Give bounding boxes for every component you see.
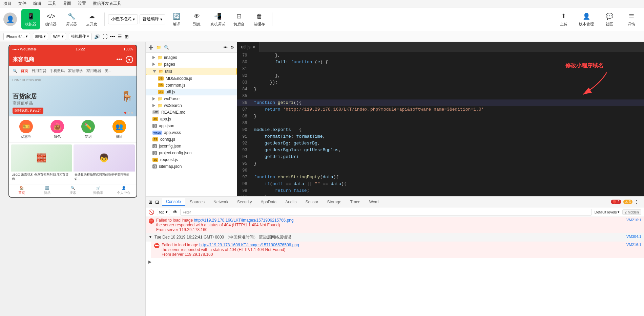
tab-security[interactable]: Security: [233, 198, 256, 206]
menu-item-project[interactable]: 项目: [3, 1, 12, 6]
tab-sources[interactable]: Sources: [186, 198, 209, 206]
console-source-group[interactable]: VM304:1: [626, 234, 641, 239]
phone-menu-circle[interactable]: ●: [126, 56, 133, 63]
community-button[interactable]: 💬 社区: [600, 9, 619, 29]
compile-button[interactable]: 🔄 编译: [167, 9, 186, 29]
folder-images[interactable]: 📁 images: [146, 54, 237, 61]
detail-button[interactable]: ☰ 详情: [622, 9, 641, 29]
upload-button[interactable]: ⬆ 上传: [554, 9, 573, 29]
tab-wxml[interactable]: Wxml: [365, 198, 383, 206]
file-jsconfig[interactable]: {} jsconfig.json: [146, 143, 237, 150]
file-sitemap[interactable]: {} sitemap.json: [146, 163, 237, 170]
operation-select[interactable]: 模拟操作 ▾: [69, 33, 91, 40]
devtools-expand-icon[interactable]: ⊞: [148, 199, 152, 205]
real-device-button[interactable]: 📲 真机调试: [208, 9, 228, 29]
clear-console-icon[interactable]: 🚫: [148, 209, 154, 215]
tab-network[interactable]: Network: [209, 198, 232, 206]
file-config[interactable]: JS config.js: [146, 136, 237, 143]
menu-item-settings[interactable]: 设置: [78, 1, 86, 6]
eye-icon[interactable]: 👁: [173, 209, 178, 215]
folder-utils[interactable]: 📂 utils: [146, 68, 237, 75]
add-folder-icon[interactable]: 📁: [156, 45, 161, 50]
editor-button[interactable]: </> 编辑器: [42, 9, 60, 29]
tab-sensor[interactable]: Sensor: [302, 198, 323, 206]
network-select[interactable]: WiFi ▾: [51, 33, 66, 40]
nav-more[interactable]: 美...: [105, 68, 111, 73]
context-select[interactable]: top ▾: [157, 209, 170, 215]
menu-item-wechat[interactable]: 微信开发者工具: [93, 1, 121, 6]
filter-file-icon[interactable]: ⚙: [230, 45, 234, 50]
bottom-nav-cart[interactable]: 🛒 购物车: [85, 184, 111, 197]
bottom-nav-new[interactable]: 🆕 新品: [35, 184, 60, 197]
devtools-more-icon[interactable]: ⋮: [635, 200, 639, 204]
preview-label: 预览: [193, 22, 201, 27]
audio-icon[interactable]: 🔊: [94, 34, 100, 39]
compile-mode-select[interactable]: 普通编译 ▾: [140, 14, 165, 24]
tab-appdata[interactable]: AppData: [256, 198, 281, 206]
console-filter-input[interactable]: [180, 209, 591, 216]
add-file-icon[interactable]: ➕: [148, 45, 153, 50]
console-source-2[interactable]: VM216:1: [626, 243, 641, 247]
nav-home-goods[interactable]: 家居家纺: [68, 68, 83, 73]
more-file-icon[interactable]: •••: [223, 45, 228, 50]
tab-audits[interactable]: Audits: [281, 198, 300, 206]
product-2[interactable]: 👦 夹缝收纳柜抽屉式间隔储物柜子塑料密封箱...: [74, 144, 135, 182]
menu-item-ui[interactable]: 界面: [63, 1, 71, 6]
menu-item-tool[interactable]: 工具: [48, 1, 56, 6]
simulator-label: 模拟器: [25, 22, 36, 27]
preview-button[interactable]: 👁 预览: [187, 9, 206, 29]
phone-menu-dots[interactable]: •••: [117, 57, 122, 63]
bottom-nav-home[interactable]: 🏠 首页: [9, 184, 35, 197]
tab-close-btn[interactable]: ×: [252, 44, 255, 50]
file-request[interactable]: JS request.js: [146, 156, 237, 163]
tab-trace[interactable]: Trace: [346, 198, 365, 206]
menu-item-edit[interactable]: 编辑: [33, 1, 41, 6]
error-link-1[interactable]: http://119.29.178.160/LKT/images/1571906…: [194, 218, 293, 223]
icon-wallet[interactable]: 👜 钱包: [50, 120, 64, 139]
debugger-button[interactable]: 🔧 调试器: [62, 9, 81, 29]
file-readme[interactable]: MD README.md: [146, 109, 237, 116]
tab-storage[interactable]: Storage: [323, 198, 346, 206]
tab-console[interactable]: Console: [162, 198, 185, 206]
folder-pages[interactable]: 📁 pages: [146, 61, 237, 68]
folder-wxparse[interactable]: 📁 wxParse: [146, 95, 237, 102]
zoom-select[interactable]: 85% ▾: [33, 33, 48, 40]
file-app-json[interactable]: {} app.json: [146, 122, 237, 129]
editor-tab-utiljs[interactable]: util.js ×: [237, 42, 260, 52]
bottom-nav-search[interactable]: 🔍 搜索: [60, 184, 85, 197]
device-select[interactable]: iPhone 6/... ▾: [3, 33, 30, 40]
menu-item-file[interactable]: 文件: [18, 1, 26, 6]
split-icon[interactable]: ⊞: [125, 34, 129, 39]
error-link-2[interactable]: http://119.29.178.160/LKT/images/1571906…: [199, 243, 299, 247]
folder-wxsearch[interactable]: 📁 wxSearch: [146, 102, 237, 109]
nav-daily[interactable]: 日用百货: [32, 68, 46, 73]
cut-back-button[interactable]: ⊡ 切后台: [230, 9, 248, 29]
user-avatar[interactable]: 👤: [3, 13, 17, 26]
bottom-nav-profile[interactable]: 👤 个人中心: [111, 184, 136, 197]
fullscreen-icon[interactable]: ⛶: [103, 34, 107, 39]
nav-appliance[interactable]: 家用电器: [86, 68, 101, 73]
console-source-1[interactable]: VM216:1: [626, 218, 641, 222]
file-util[interactable]: JS util.js: [146, 89, 237, 95]
simulator-button[interactable]: 📱 模拟器: [21, 9, 40, 29]
icon-coupon[interactable]: 🎫 优惠券: [19, 120, 33, 139]
levels-select[interactable]: Default levels ▾: [595, 210, 620, 214]
file-md5encode[interactable]: JS MD5Encode.js: [146, 75, 237, 82]
icon-signin[interactable]: ✏️ 签到: [81, 120, 95, 139]
devtools-block-icon[interactable]: ⊡: [155, 199, 159, 205]
file-app-js[interactable]: JS app.js: [146, 116, 237, 122]
nav-phone[interactable]: 手机数码: [50, 68, 65, 73]
more-icon[interactable]: •••: [110, 34, 115, 39]
product-1[interactable]: 🧱 LEGO 乐高积木 创意百变系列 玩具和百货商...: [11, 144, 72, 182]
nav-home[interactable]: 首页: [21, 68, 28, 73]
search-file-icon[interactable]: 🔍: [164, 45, 169, 50]
icon-group[interactable]: 👥 拼团: [112, 120, 126, 139]
version-button[interactable]: 👤 版本管理: [576, 9, 597, 29]
mode-select[interactable]: 小程序模式 ▾: [108, 14, 138, 24]
clear-cache-button[interactable]: 🗑 清缓存: [250, 9, 269, 29]
file-app-wxss[interactable]: wxss app.wxss: [146, 129, 237, 136]
file-common[interactable]: JS common.js: [146, 82, 237, 89]
cloud-button[interactable]: ☁ 云开发: [82, 9, 101, 29]
list-icon[interactable]: ☰: [118, 34, 122, 39]
file-project-config[interactable]: {} project.config.json: [146, 150, 237, 156]
